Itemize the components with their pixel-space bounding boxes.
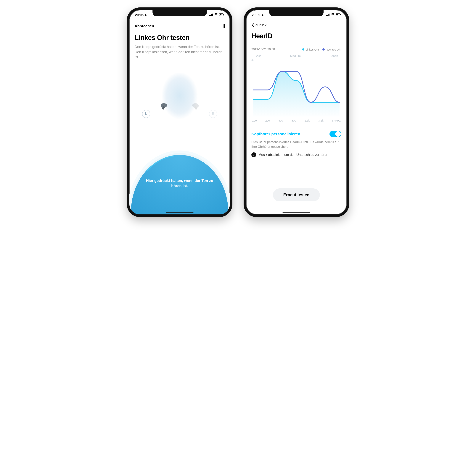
- svg-rect-7: [326, 15, 327, 16]
- music-note-icon: ♪: [251, 152, 256, 157]
- personalize-label: Kopfhörer personalisieren: [251, 132, 300, 136]
- ear-label-right: R: [209, 110, 217, 118]
- signal-icon: [326, 13, 330, 17]
- location-icon: ➤: [145, 13, 147, 17]
- pause-button[interactable]: II: [223, 23, 225, 29]
- svg-rect-0: [209, 15, 210, 16]
- back-button[interactable]: Zurück: [251, 23, 341, 27]
- svg-rect-10: [329, 13, 330, 16]
- instruction-text: Den Knopf gedrückt halten, wenn der Ton …: [135, 44, 225, 60]
- battery-icon: [219, 13, 224, 17]
- status-bar: 20:05 ➤: [129, 12, 230, 18]
- svg-rect-12: [336, 14, 338, 15]
- svg-rect-6: [223, 14, 224, 15]
- personalize-toggle[interactable]: [330, 131, 341, 137]
- page-title: Linkes Ohr testen: [135, 34, 225, 42]
- hearid-chart: [251, 62, 341, 118]
- personalize-description: Dies ist Ihr personalisiertes HearID-Pro…: [251, 140, 341, 149]
- legend-dot-left: [302, 48, 304, 50]
- head-illustration: L R Hier gedrückt halten, wenn der Ton z…: [135, 61, 225, 207]
- svg-rect-1: [210, 15, 211, 16]
- signal-icon: [209, 13, 213, 17]
- chart-db-label: dB: [251, 58, 341, 61]
- status-time: 20:09: [252, 13, 260, 17]
- svg-rect-5: [220, 14, 221, 15]
- chevron-left-icon: [251, 23, 254, 27]
- svg-rect-8: [327, 15, 328, 16]
- legend-dot-right: [322, 48, 325, 50]
- wifi-icon: [214, 13, 218, 17]
- svg-rect-3: [212, 13, 213, 16]
- svg-rect-13: [340, 14, 341, 15]
- phone-left: 20:05 ➤ Abbrechen II Linkes Ohr testen D…: [127, 7, 232, 217]
- play-music-button[interactable]: ♪ Musik abspielen, um den Unterschied zu…: [251, 152, 341, 157]
- ear-label-left: L: [142, 110, 150, 118]
- status-time: 20:05: [135, 13, 144, 17]
- chart-band-labels: BassMediumBeben: [253, 54, 340, 58]
- play-music-label: Musik abspielen, um den Unterschied zu h…: [258, 153, 328, 157]
- battery-icon: [336, 13, 341, 17]
- chart-x-ticks: 1002004008001.6k3.2k6.4kHz: [251, 119, 341, 122]
- location-icon: ➤: [261, 13, 264, 17]
- earbud-right-icon: [192, 103, 199, 108]
- page-title: HearID: [251, 32, 341, 40]
- back-label: Zurück: [255, 23, 267, 27]
- phone-right: 20:09 ➤ Zurück HearID 2019-10-21 20:08 L…: [244, 7, 349, 217]
- svg-rect-2: [211, 14, 212, 16]
- chart-timestamp: 2019-10-21 20:08: [251, 48, 275, 51]
- cancel-button[interactable]: Abbrechen: [135, 24, 154, 28]
- svg-rect-9: [328, 14, 329, 16]
- retest-button[interactable]: Erneut testen: [273, 188, 320, 201]
- status-bar: 20:09 ➤: [246, 12, 347, 18]
- wifi-icon: [331, 13, 335, 17]
- hold-button-label: Hier gedrückt halten, wenn der Ton zu hö…: [135, 178, 225, 188]
- chart-legend: Linkes Ohr Rechtes Ohr: [302, 48, 341, 51]
